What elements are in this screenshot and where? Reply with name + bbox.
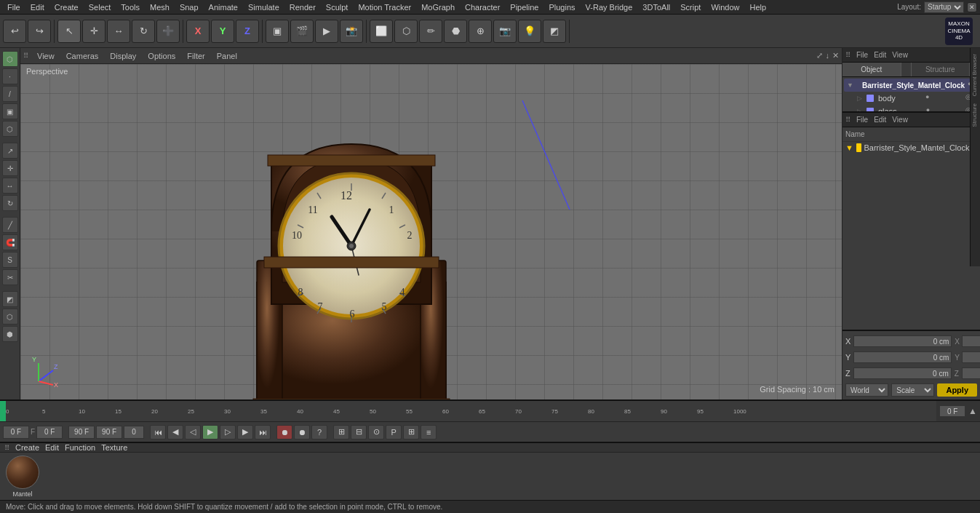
nurbs-btn[interactable]: ⬣ [444,20,467,43]
material-tag-btn[interactable]: ◩ [2,291,18,307]
obj-panel-edit[interactable]: Edit [874,51,886,59]
obj-glass-item[interactable]: ▷ glass ● ◎ [844,105,979,111]
tab-structure[interactable]: Structure [912,63,971,76]
mat-create-menu[interactable]: Create [15,443,39,452]
menu-mesh[interactable]: Mesh [146,1,174,13]
model-mode-btn[interactable]: ⬡ [2,51,18,67]
render-preview-btn[interactable]: 🎬 [290,20,314,43]
prev-key-btn[interactable]: ◁ [185,425,201,440]
z-pos-input[interactable] [853,367,952,379]
menu-script[interactable]: Script [676,1,705,13]
param-btn[interactable]: P [386,425,402,440]
add-btn[interactable]: ➕ [156,20,180,43]
cube-btn[interactable]: ⬜ [370,20,393,43]
menu-pipeline[interactable]: Pipeline [506,1,543,13]
obj-panel-view[interactable]: View [892,51,908,59]
slab-btn[interactable]: S [2,252,18,268]
scale-btn[interactable]: ↔ [107,20,130,43]
menu-3dtoall[interactable]: 3DToAll [638,1,674,13]
rotate-btn[interactable]: ↻ [132,20,155,43]
goto-end-btn[interactable]: ⏭ [255,425,271,440]
structure-tab[interactable]: Structure [971,100,980,130]
mat-function-menu[interactable]: Function [65,443,95,452]
attr-file-menu[interactable]: File [856,116,868,124]
knife-btn[interactable]: ✂ [2,269,18,285]
menu-edit[interactable]: Edit [26,1,49,13]
next-key-btn[interactable]: ▷ [220,425,236,440]
viewport-tab-cameras[interactable]: Cameras [63,50,102,62]
rotate-tool-btn[interactable]: ↻ [2,195,18,211]
down-icon[interactable]: ↓ [826,51,830,60]
sphere-btn[interactable]: ⬡ [394,20,418,43]
snap-grid-btn[interactable]: ⊞ [333,425,349,440]
material-item[interactable]: Mantel [6,456,39,498]
magnet-btn[interactable]: 🧲 [2,234,18,250]
texture-btn[interactable]: ⬡ [2,309,18,325]
select-btn[interactable]: ↖ [57,20,81,43]
menu-sculpt[interactable]: Sculpt [322,1,353,13]
y-axis-btn[interactable]: Y [211,20,234,43]
layout-select[interactable]: Startup [924,1,964,13]
menu-mograph[interactable]: MoGraph [417,1,459,13]
current-frame-input[interactable] [36,426,63,439]
goto-start-btn[interactable]: ⏮ [150,425,166,440]
3d-viewport[interactable]: 12 1 2 3 4 5 6 7 8 9 10 11 [20,64,842,399]
x-axis-btn[interactable]: X [186,20,210,43]
viewport-tab-options[interactable]: Options [145,50,178,62]
shading-btn[interactable]: ⬢ [2,326,18,342]
menu-help[interactable]: Help [746,1,771,13]
scale-tool-btn[interactable]: ↔ [2,178,18,194]
viewport-tab-display[interactable]: Display [107,50,139,62]
live-select-btn[interactable]: ↗ [2,143,18,159]
fps-input[interactable] [96,426,122,439]
menu-vray-bridge[interactable]: V-Ray Bridge [581,1,637,13]
menu-plugins[interactable]: Plugins [544,1,579,13]
render-to-po[interactable]: 📸 [340,20,363,43]
attr-view-menu[interactable]: View [892,116,908,124]
scale-dropdown[interactable]: Scale [891,383,934,397]
tab-object[interactable]: Object [842,63,901,76]
snap-comp-btn[interactable]: ⊙ [368,425,384,440]
menu-snap[interactable]: Snap [175,1,203,13]
motion-btn[interactable]: ⊞ [403,425,419,440]
uv-mode-btn[interactable]: ⬡ [2,121,18,137]
fps-val-input[interactable] [124,426,144,439]
z-rot-input[interactable] [962,367,980,379]
camera-btn[interactable]: 📷 [493,20,517,43]
obj-body-item[interactable]: ▷ body ● ◎ [844,92,979,105]
menu-character[interactable]: Character [461,1,504,13]
x-pos-input[interactable] [853,335,952,347]
timeline-view-btn[interactable]: ≡ [421,425,437,440]
menu-window[interactable]: Window [706,1,744,13]
redo-btn[interactable]: ↪ [28,20,51,43]
spline-btn[interactable]: ✏ [419,20,442,43]
world-dropdown[interactable]: World [845,383,888,397]
current-browser-tab[interactable]: Current Browser [971,51,980,99]
play-btn[interactable]: ▶ [202,425,218,440]
mat-edit-menu[interactable]: Edit [45,443,59,452]
mat-texture-menu[interactable]: Texture [101,443,127,452]
edge-mode-btn[interactable]: / [2,86,18,102]
menu-file[interactable]: File [3,1,25,13]
undo-btn[interactable]: ↩ [3,20,26,43]
next-frame-btn[interactable]: ▶ [237,425,253,440]
y-pos-input[interactable] [853,351,952,363]
y-rot-input[interactable] [962,351,980,363]
menu-select[interactable]: Select [84,1,116,13]
material-ball[interactable] [6,456,39,489]
end-frame-input[interactable] [68,426,95,439]
line-tool-btn[interactable]: ╱ [2,217,18,233]
close-viewport-icon[interactable]: ✕ [832,51,839,60]
help-btn[interactable]: ? [311,425,327,440]
attr-object-row[interactable]: ▼ Barrister_Style_Mantel_Clock [842,142,980,154]
obj-vis-btn-glass[interactable]: ● [926,106,936,111]
expand-icon[interactable]: ⤢ [816,51,823,60]
apply-button[interactable]: Apply [937,383,977,397]
render-region-btn[interactable]: ▣ [266,20,289,43]
render-btn[interactable]: ▶ [315,20,338,43]
prev-frame-btn[interactable]: ◀ [167,425,183,440]
poly-mode-btn[interactable]: ▣ [2,103,18,119]
viewport-tab-panel[interactable]: Panel [214,50,240,62]
obj-panel-file[interactable]: File [856,51,868,59]
obj-root-item[interactable]: ▼ Barrister_Style_Mantel_Clock ● ◎ [844,79,979,92]
